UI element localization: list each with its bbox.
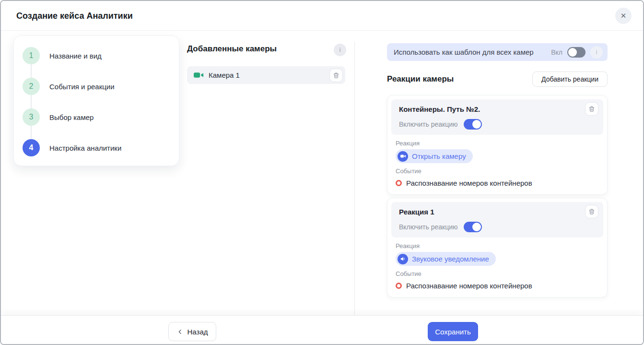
wizard-steps-card: 1 Название и вид 2 События и реакции 3 В… [13,36,179,166]
event-section-label: Событие [396,167,599,175]
column-divider [354,42,355,315]
step-label: События и реакции [49,83,115,91]
event-row: Распознавание номеров контейнеров [396,179,599,187]
reaction-card-header: Контейнеры. Путь №2. Включить реакцию [391,99,603,135]
camera-icon [398,151,408,162]
reaction-chip[interactable]: Открыть камеру [396,149,473,163]
chevron-left-icon [177,329,183,335]
cameras-info-button[interactable]: i [334,44,346,56]
wizard-step-2[interactable]: 2 События и реакции [23,78,170,95]
enable-reaction-label: Включить реакцию [399,223,458,231]
trash-icon [588,208,595,215]
wizard-step-1[interactable]: 1 Название и вид [23,47,170,64]
template-toggle[interactable] [567,47,585,58]
camera-reactions-title: Реакции камеры [387,74,454,84]
close-icon: ✕ [621,12,627,20]
reaction-chip-label: Открыть камеру [412,152,466,160]
camera-name: Камера 1 [209,71,329,79]
enable-reaction-toggle[interactable] [464,119,482,130]
step-connector [31,95,32,108]
enable-reaction-row: Включить реакцию [399,222,598,232]
reaction-card: Реакция 1 Включить реакцию Реакция Звуко… [387,198,608,297]
step-label: Настройка аналитики [49,144,121,152]
event-row: Распознавание номеров контейнеров [396,282,599,290]
camera-list-item: Камера 1 [187,66,345,84]
close-button[interactable]: ✕ [615,8,632,24]
step-indicator: 2 [23,78,40,95]
reaction-chip[interactable]: Звуковое уведомление [396,252,496,266]
template-info-button[interactable]: i [590,46,603,59]
added-cameras-title: Добавленные камеры [187,44,277,54]
info-icon: i [596,49,597,56]
reaction-chip-label: Звуковое уведомление [412,255,489,263]
delete-reaction-button[interactable] [585,205,598,218]
wizard-step-4-active[interactable]: 4 Настройка аналитики [23,139,170,156]
modal-header: Создание кейса Аналитики ✕ [1,1,643,31]
save-button[interactable]: Сохранить [428,322,478,341]
step-indicator: 1 [23,47,40,64]
event-name: Распознавание номеров контейнеров [406,179,532,187]
create-analytics-case-modal: Создание кейса Аналитики ✕ 1 Название и … [0,0,644,345]
reaction-title: Контейнеры. Путь №2. [399,105,598,113]
step-connector [31,126,32,139]
modal-footer: Назад Сохранить [1,315,643,345]
wizard-step-3[interactable]: 3 Выбор камер [23,108,170,126]
step-label: Выбор камер [49,113,94,121]
reaction-card-body: Реакция Звуковое уведомление Событие Рас… [391,238,603,290]
reaction-title: Реакция 1 [399,208,598,216]
enable-reaction-row: Включить реакцию [399,119,598,130]
reaction-card-body: Реакция Открыть камеру Событие Распознав… [391,135,603,187]
back-button-label: Назад [187,328,208,336]
page-title: Создание кейса Аналитики [16,11,133,21]
step-label: Название и вид [49,52,102,60]
step-connector [31,64,32,78]
camera-icon [194,71,204,79]
back-button[interactable]: Назад [168,322,216,341]
enable-reaction-toggle[interactable] [464,222,482,232]
step-indicator: 3 [23,108,40,126]
toggle-knob [568,48,577,57]
event-icon [396,283,402,289]
delete-camera-button[interactable] [329,69,343,82]
trash-icon [588,106,595,112]
toggle-knob [472,120,481,129]
reaction-card-header: Реакция 1 Включить реакцию [391,202,603,238]
toggle-state-label: Вкл [551,48,562,56]
enable-reaction-label: Включить реакцию [399,120,458,128]
use-as-template-banner: Использовать как шаблон для всех камер В… [387,43,608,61]
add-reactions-button[interactable]: Добавить реакции [532,71,608,87]
event-icon [396,180,402,186]
speaker-icon [398,254,408,264]
delete-reaction-button[interactable] [585,102,598,116]
reaction-section-label: Реакция [396,140,599,147]
reaction-card: Контейнеры. Путь №2. Включить реакцию Ре… [387,95,608,195]
step-indicator: 4 [23,139,40,156]
template-banner-label: Использовать как шаблон для всех камер [394,48,551,56]
event-name: Распознавание номеров контейнеров [406,282,532,290]
trash-icon [333,72,340,79]
event-section-label: Событие [396,270,599,277]
reaction-section-label: Реакция [396,242,599,250]
info-icon: i [340,47,341,53]
toggle-knob [472,223,481,231]
